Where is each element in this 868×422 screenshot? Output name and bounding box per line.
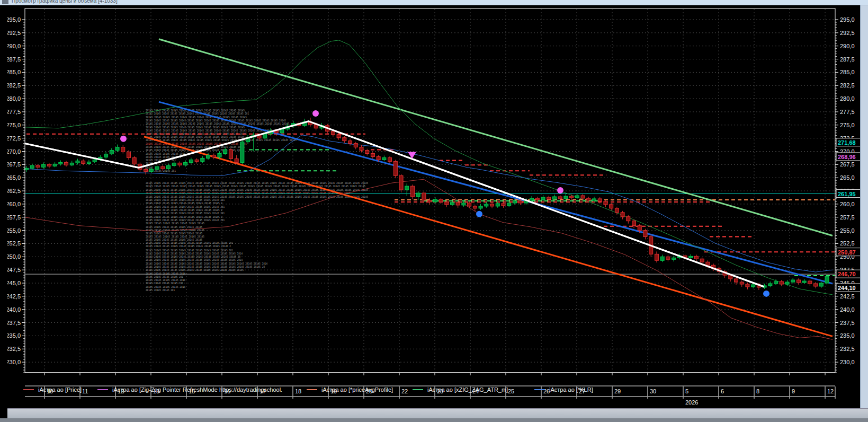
y-axis-label-left: 277,5 bbox=[7, 109, 21, 115]
y-axis-label-left: 235,0 bbox=[7, 332, 21, 339]
candle bbox=[110, 148, 113, 155]
y-axis-label-left: 272,5 bbox=[7, 135, 21, 142]
volume-profile-row: 28145 28145 28145 28145 28145 28145 2814… bbox=[146, 244, 231, 248]
candle bbox=[25, 166, 29, 172]
candle bbox=[689, 254, 693, 259]
window-right-scrollbar[interactable] bbox=[860, 5, 868, 408]
candle bbox=[660, 254, 664, 262]
candle bbox=[343, 136, 346, 143]
y-axis-label-right: 257,5 bbox=[840, 214, 855, 221]
candle bbox=[201, 156, 204, 163]
volume-profile-row: 28145 28145 28145 28145 28145 28145 2814… bbox=[146, 268, 244, 271]
y-axis-label-left: 295,0 bbox=[7, 16, 21, 23]
candle bbox=[610, 203, 613, 210]
y-axis-label-right: 235,0 bbox=[840, 332, 855, 339]
candle bbox=[121, 145, 125, 154]
legend-item-label: iАстра ао [Zig-Zag Pointer RefreshMode h… bbox=[112, 386, 282, 393]
candle bbox=[235, 155, 238, 164]
candle bbox=[65, 161, 68, 166]
candle bbox=[575, 194, 579, 199]
y-axis-label-left: 247,5 bbox=[7, 267, 21, 273]
y-axis-label-right: 237,5 bbox=[840, 320, 855, 326]
horizontal-scrollbar[interactable] bbox=[7, 408, 868, 419]
candle bbox=[819, 282, 823, 288]
legend-item-label: iАстра ао [xZIG_ZAG_ATR_m] bbox=[427, 386, 508, 393]
candle bbox=[393, 160, 397, 178]
y-axis-label-left: 230,0 bbox=[7, 359, 21, 365]
y-axis-label-right: 277,5 bbox=[840, 109, 855, 115]
candle bbox=[371, 152, 374, 159]
y-axis-label-right: 285,0 bbox=[840, 69, 855, 75]
candle bbox=[768, 282, 772, 287]
candle bbox=[621, 211, 624, 219]
candle bbox=[694, 254, 698, 261]
y-axis-label-right: 267,5 bbox=[840, 161, 855, 168]
window-bottom-edge bbox=[0, 418, 868, 422]
candle bbox=[189, 157, 193, 164]
candle bbox=[388, 156, 392, 163]
price-value-box: 271,68 bbox=[836, 138, 861, 146]
price-axis[interactable]: 295,0295,0292,5292,5290,0290,0287,5287,5… bbox=[7, 16, 855, 373]
y-axis-label-right: 290,0 bbox=[840, 43, 855, 49]
y-axis-label-right: 287,5 bbox=[840, 56, 855, 63]
price-value-box: 261,95 bbox=[836, 190, 861, 198]
candle bbox=[115, 145, 119, 152]
candle bbox=[104, 152, 108, 159]
x-axis-year-label: 2026 bbox=[685, 399, 698, 406]
candle bbox=[439, 198, 443, 204]
legend-item-1: iАстра ао [Zig-Zag Pointer RefreshMode h… bbox=[97, 385, 282, 394]
candle bbox=[632, 219, 636, 228]
legend-item-label: iАстра ао [*KLR] bbox=[549, 386, 593, 393]
candle bbox=[53, 162, 57, 167]
candle bbox=[405, 183, 409, 196]
candle bbox=[229, 148, 232, 161]
y-axis-label-left: 270,0 bbox=[7, 148, 21, 155]
price-value-box: 250,87 bbox=[836, 248, 861, 256]
candle bbox=[740, 280, 744, 287]
y-axis-label-left: 232,5 bbox=[7, 346, 21, 352]
y-axis-label-right: 240,0 bbox=[840, 306, 855, 313]
chart-window[interactable]: 28145 28145 28145 28145 28145 28145 2814… bbox=[7, 5, 861, 408]
candle bbox=[184, 160, 187, 166]
window-title: Просмотр графика цены и объема [4-1033] bbox=[12, 0, 118, 4]
y-axis-label-right: 252,5 bbox=[840, 240, 855, 247]
candle bbox=[59, 160, 62, 165]
legend-item-label: iАстра ао [*priceAvgProfile] bbox=[321, 386, 393, 393]
y-axis-label-right: 292,5 bbox=[840, 30, 855, 36]
candle bbox=[70, 161, 74, 166]
volume-profile-row: 28145 28145 28145 28145 28145 28145 2814… bbox=[146, 235, 204, 238]
candle bbox=[195, 158, 199, 163]
candle bbox=[780, 280, 783, 286]
y-axis-label-right: 280,0 bbox=[840, 95, 855, 102]
candle bbox=[479, 204, 482, 210]
candle bbox=[365, 149, 369, 156]
price-value-box: 244,10 bbox=[836, 284, 861, 292]
y-axis-label-left: 257,5 bbox=[7, 214, 21, 221]
chart-legend: iАстра ао [Price]iАстра ао [Zig-Zag Poin… bbox=[15, 385, 867, 394]
volume-profile-row: 28145 28145 28145 281 bbox=[146, 288, 175, 292]
y-axis-label-right: 275,0 bbox=[840, 122, 855, 128]
candle bbox=[178, 161, 182, 167]
zigzag-point-marker bbox=[557, 187, 563, 194]
window-titlebar[interactable]: Просмотр графика цены и объема [4-1033] bbox=[0, 0, 868, 5]
legend-item-3: iАстра ао [xZIG_ZAG_ATR_m] bbox=[413, 385, 508, 394]
price-chart[interactable]: 28145 28145 28145 28145 28145 28145 2814… bbox=[7, 5, 861, 408]
candle bbox=[82, 159, 85, 165]
y-axis-label-left: 290,0 bbox=[7, 43, 21, 49]
volume-profile-row: 28145 28145 28145 28145 28145 28145 2814… bbox=[146, 212, 225, 215]
candle bbox=[541, 195, 545, 201]
legend-line-swatch bbox=[23, 389, 34, 390]
y-axis-label-left: 255,0 bbox=[7, 227, 21, 234]
y-axis-label-left: 282,5 bbox=[7, 82, 21, 89]
y-axis-label-right: 282,5 bbox=[840, 82, 855, 89]
candle bbox=[212, 153, 216, 159]
y-axis-label-right: 295,0 bbox=[840, 16, 855, 23]
svg-text:244,10: 244,10 bbox=[838, 285, 856, 291]
y-axis-label-left: 262,5 bbox=[7, 188, 21, 194]
y-axis-label-left: 287,5 bbox=[7, 56, 21, 63]
legend-line-swatch bbox=[97, 389, 108, 390]
y-axis-label-left: 237,5 bbox=[7, 320, 21, 326]
candle bbox=[410, 184, 414, 199]
svg-text:268,96: 268,96 bbox=[838, 154, 856, 160]
legend-item-2: iАстра ао [*priceAvgProfile] bbox=[307, 385, 393, 394]
